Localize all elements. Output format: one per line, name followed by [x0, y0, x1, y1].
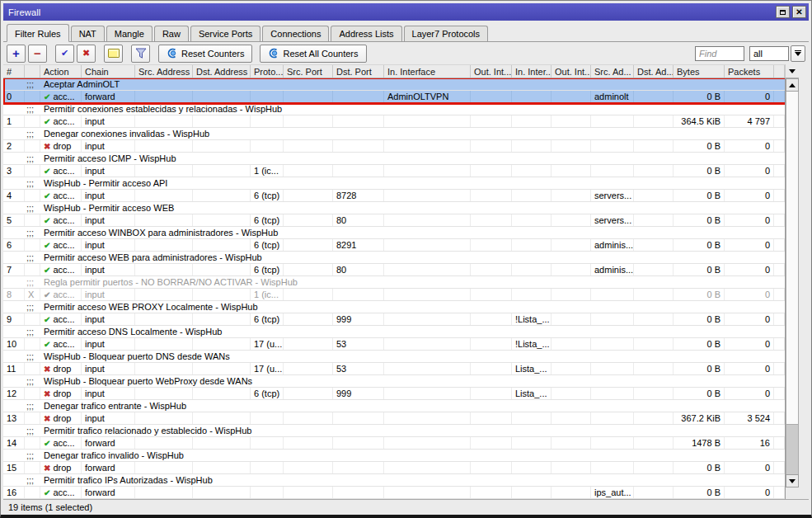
- reset-counters-button[interactable]: Reset Counters: [158, 45, 252, 63]
- cell-out-interface-list: [552, 363, 591, 374]
- remove-rule-button[interactable]: −: [28, 45, 47, 63]
- rule-comment-row[interactable]: ;;;Permitir acceso WINBOX para administr…: [3, 227, 785, 239]
- cell-in-interface-list: [512, 239, 552, 251]
- rule-comment-row[interactable]: ;;;WispHub - Permitir acceso API: [3, 177, 785, 190]
- rule-comment-row[interactable]: ;;;Denegar trafico entrante - WispHub: [3, 400, 785, 412]
- column-header-num[interactable]: #: [3, 65, 25, 78]
- firewall-rule-row[interactable]: 16✔acc...forwardips_aut...0 B0: [3, 487, 785, 499]
- column-header-out-interface[interactable]: Out. Int...: [471, 65, 512, 78]
- firewall-rule-row[interactable]: 10✔acc...input17 (u...53!Lista_...0 B0: [3, 338, 785, 351]
- rule-comment-row[interactable]: ;;;Permitir acceso WEB para administrado…: [3, 252, 785, 264]
- column-header-src-address[interactable]: Src. Address: [135, 65, 193, 78]
- tab-address-lists[interactable]: Address Lists: [331, 26, 401, 41]
- firewall-rule-row[interactable]: 13✖dropinput367.2 KiB3 524: [3, 412, 785, 425]
- cell-protocol: [251, 91, 284, 102]
- action-label: drop: [53, 413, 71, 424]
- find-scope-dropdown-button[interactable]: [791, 45, 805, 62]
- tab-filter-rules[interactable]: Filter Rules: [7, 24, 69, 42]
- tab-nat[interactable]: NAT: [71, 26, 105, 41]
- column-header-bytes[interactable]: Bytes: [674, 65, 725, 78]
- column-header-action[interactable]: Action: [40, 65, 82, 78]
- column-header-packets[interactable]: Packets: [725, 65, 774, 78]
- cell-protocol: 6 (tcp): [251, 388, 284, 399]
- cell-in-interface-list: [512, 165, 552, 177]
- enable-rule-button[interactable]: ✔: [55, 45, 74, 63]
- find-input[interactable]: [695, 46, 744, 61]
- disable-rule-button[interactable]: ✖: [77, 45, 96, 63]
- column-header-dst-port[interactable]: Dst. Port: [333, 65, 384, 78]
- close-button[interactable]: ✕: [792, 6, 806, 18]
- firewall-rule-row[interactable]: 5✔acc...input6 (tcp)80servers...0 B0: [3, 214, 785, 227]
- column-header-in-interface-list[interactable]: In. Inter...: [512, 65, 552, 78]
- cell-src-address-list: [591, 289, 634, 300]
- column-header-chain[interactable]: Chain: [82, 65, 135, 78]
- column-header-in-interface[interactable]: In. Interface: [384, 65, 471, 78]
- firewall-rule-row[interactable]: 6✔acc...input6 (tcp)8291adminis...0 B0: [3, 239, 785, 252]
- find-scope-select[interactable]: all: [749, 46, 789, 61]
- cell-src-address-list: [591, 115, 634, 127]
- cell-packets: 0: [725, 264, 774, 275]
- scrollbar-track[interactable]: [786, 425, 799, 474]
- cell-flags: [25, 165, 40, 177]
- column-header-dst-address[interactable]: Dst. Address: [193, 65, 251, 78]
- reset-all-counters-button[interactable]: Reset All Counters: [260, 45, 366, 63]
- column-header-out-interface-list[interactable]: Out. Int...: [552, 65, 591, 78]
- tab-service-ports[interactable]: Service Ports: [190, 26, 260, 41]
- scrollbar-thumb[interactable]: [786, 92, 799, 425]
- add-rule-button[interactable]: +: [7, 45, 26, 63]
- scroll-down-button[interactable]: [786, 474, 799, 487]
- firewall-rule-row[interactable]: 2✖dropinput0 B0: [3, 140, 785, 153]
- firewall-rule-row[interactable]: 0✔acc...forwardAdminOLTVPNadminolt0 B0: [3, 91, 785, 103]
- rule-comment-row[interactable]: ;;;Regla permitir puertos - NO BORRAR/NO…: [3, 276, 785, 289]
- firewall-rule-row[interactable]: 7✔acc...input6 (tcp)80adminis...0 B0: [3, 264, 785, 276]
- cell-out-interface-list: [552, 437, 591, 449]
- cell-bytes: 0 B: [674, 289, 725, 300]
- maximize-button[interactable]: [776, 6, 790, 18]
- firewall-rule-row[interactable]: 12✖dropinput6 (tcp)999Lista_...0 B0: [3, 388, 785, 400]
- comment-button[interactable]: [104, 45, 123, 63]
- column-header-flags[interactable]: [25, 65, 40, 78]
- cell-flags: [25, 437, 40, 449]
- rule-comment-row[interactable]: ;;;Denegar conexiones invalidas - WispHu…: [3, 128, 785, 140]
- column-selector-button[interactable]: [785, 64, 799, 78]
- firewall-rule-row[interactable]: 11✖dropinput17 (u...53Lista_...0 B0: [3, 363, 785, 375]
- column-header-dst-address-list[interactable]: Dst. Ad...: [634, 65, 674, 78]
- rule-comment-row[interactable]: ;;;Permitir acceso ICMP - WispHub: [3, 153, 785, 165]
- rule-comment-row[interactable]: ;;;Permitir trafico relacionado y establ…: [3, 425, 785, 437]
- tab-connections[interactable]: Connections: [262, 26, 329, 41]
- vertical-scrollbar[interactable]: [785, 78, 799, 499]
- scroll-up-button[interactable]: [786, 78, 799, 92]
- minus-icon: −: [34, 47, 41, 59]
- tab-layer7-protocols[interactable]: Layer7 Protocols: [404, 26, 489, 41]
- firewall-rule-row[interactable]: 4✔acc...input6 (tcp)8728servers...0 B0: [3, 190, 785, 202]
- firewall-rule-row[interactable]: 14✔acc...forward1478 B16: [3, 437, 785, 450]
- cell-dst-address-list: [634, 190, 674, 201]
- comment-prefix: ;;;: [25, 103, 40, 115]
- tab-raw[interactable]: Raw: [154, 26, 189, 41]
- column-header-protocol[interactable]: Proto...: [251, 65, 284, 78]
- rule-comment-row[interactable]: ;;;Permitir acceso DNS Localmente - Wisp…: [3, 326, 785, 338]
- firewall-rule-row[interactable]: 8X✔acc...input1 (ic...0 B0: [3, 289, 785, 301]
- rule-comment-row[interactable]: ;;;WispHub - Bloquear puerto WebProxy de…: [3, 375, 785, 388]
- title-bar[interactable]: Firewall ✕: [3, 3, 809, 21]
- cell-out-interface-list: [552, 91, 591, 102]
- filter-button[interactable]: [131, 45, 150, 63]
- comment-text: WispHub - Bloquear puerto WebProxy desde…: [40, 375, 785, 387]
- cell-num: 14: [3, 437, 25, 449]
- cell-src-address-list: ips_aut...: [591, 487, 634, 498]
- column-header-extra[interactable]: [774, 65, 785, 78]
- rule-comment-row[interactable]: ;;;Aceptar AdminOLT: [3, 78, 785, 91]
- firewall-rule-row[interactable]: 15✖dropforward0 B0: [3, 462, 785, 474]
- firewall-rule-row[interactable]: 3✔acc...input1 (ic...0 B0: [3, 165, 785, 177]
- rule-comment-row[interactable]: ;;;WispHub - Permitir acceso WEB: [3, 202, 785, 214]
- column-header-src-address-list[interactable]: Src. Ad...: [591, 65, 634, 78]
- tab-mangle[interactable]: Mangle: [106, 26, 153, 41]
- rule-comment-row[interactable]: ;;;Denegar trafico invalido - WispHub: [3, 450, 785, 462]
- rule-comment-row[interactable]: ;;;Permitir acceso WEB PROXY Localmente …: [3, 301, 785, 313]
- rule-comment-row[interactable]: ;;;WispHub - Bloquear puerto DNS desde W…: [3, 351, 785, 363]
- rule-comment-row[interactable]: ;;;Permitir trafico IPs Autorizadas - Wi…: [3, 474, 785, 487]
- rule-comment-row[interactable]: ;;;Permitir conexiones establecidas y re…: [3, 103, 785, 115]
- column-header-src-port[interactable]: Src. Port: [284, 65, 333, 78]
- firewall-rule-row[interactable]: 1✔acc...input364.5 KiB4 797: [3, 115, 785, 128]
- firewall-rule-row[interactable]: 9✔acc...input6 (tcp)999!Lista_...0 B0: [3, 313, 785, 326]
